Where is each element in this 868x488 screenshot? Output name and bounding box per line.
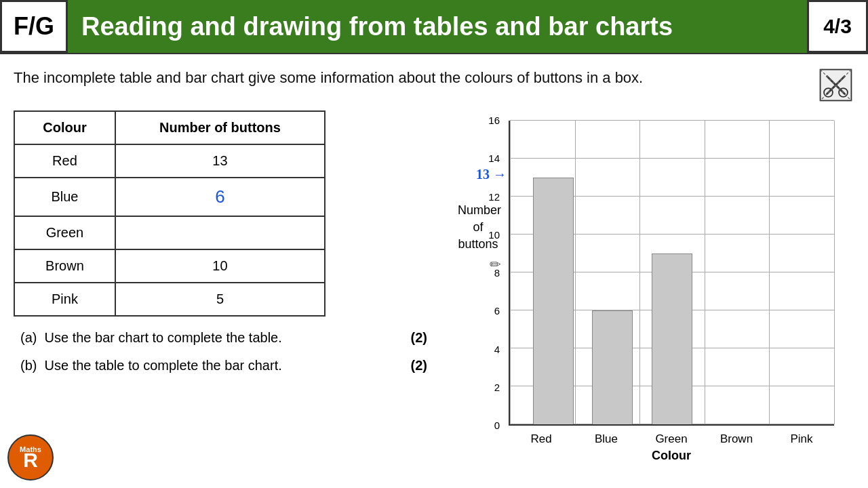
col-count-header: Number of buttons <box>115 111 325 144</box>
y-axis-label: 10 <box>461 229 504 241</box>
question-b-marks: (2) <box>411 358 427 373</box>
y-axis-label: 0 <box>461 420 504 431</box>
x-label: Blue <box>574 432 639 446</box>
fg-badge: F/G <box>0 0 68 53</box>
table-row: Red13 <box>14 144 325 178</box>
colour-cell: Red <box>14 144 115 178</box>
y-axis-label: 14 <box>461 152 504 164</box>
intro-text: The incomplete table and bar chart give … <box>14 66 810 89</box>
count-cell: 10 <box>115 249 325 283</box>
scissors-icon <box>817 66 854 104</box>
bars-container <box>510 121 834 424</box>
table-row: Pink5 <box>14 283 325 316</box>
page-number-text: 4/3 <box>823 15 852 38</box>
y-axis-label: 12 <box>461 191 504 203</box>
colour-cell: Pink <box>14 283 115 316</box>
x-axis-title: Colour <box>509 449 834 463</box>
table-row: Blue6 <box>14 178 325 216</box>
count-cell <box>115 216 325 249</box>
title-text: Reading and drawing from tables and bar … <box>81 12 673 41</box>
main-content: Colour Number of buttons Red13Blue6Green… <box>0 110 868 466</box>
handwritten-value: 6 <box>215 186 224 207</box>
data-table: Colour Number of buttons Red13Blue6Green… <box>14 110 326 317</box>
y-axis-label: 2 <box>461 382 504 393</box>
left-panel: Colour Number of buttons Red13Blue6Green… <box>14 110 448 466</box>
page-title: Reading and drawing from tables and bar … <box>68 0 807 53</box>
questions-section: (a) Use the bar chart to complete the ta… <box>14 330 448 373</box>
question-a: (a) Use the bar chart to complete the ta… <box>20 330 448 346</box>
bar <box>592 310 633 424</box>
count-cell: 13 <box>115 144 325 178</box>
y-axis-label: 4 <box>461 344 504 355</box>
col-colour-header: Colour <box>14 111 115 144</box>
v-grid-line <box>834 121 835 424</box>
pencil-icon: ✏ <box>490 256 501 272</box>
colour-cell: Blue <box>14 178 115 216</box>
table-row: Green <box>14 216 325 249</box>
x-label: Green <box>639 432 704 446</box>
count-cell: 6 <box>115 178 325 216</box>
colour-cell: Green <box>14 216 115 249</box>
table-row: Brown10 <box>14 249 325 283</box>
logo-svg: Maths R <box>7 434 54 481</box>
question-a-text: (a) Use the bar chart to complete the ta… <box>20 330 411 346</box>
bar <box>652 253 692 424</box>
svg-text:R: R <box>23 449 38 471</box>
page-number: 4/3 <box>807 0 868 53</box>
fg-label: F/G <box>14 12 54 41</box>
x-label: Pink <box>769 432 834 446</box>
question-b: (b) Use the table to complete the bar ch… <box>20 358 448 373</box>
y-axis-label: 16 <box>461 115 504 126</box>
chart-container: Number ofbuttons 0246810121416 13 → <box>461 114 841 466</box>
intro-section: The incomplete table and bar chart give … <box>0 54 868 110</box>
x-label: Red <box>509 432 574 446</box>
bar <box>533 178 574 424</box>
bar-group <box>761 121 821 424</box>
chart-area: 13 → ✏ <box>509 121 834 426</box>
chart-panel: Number ofbuttons 0246810121416 13 → <box>461 110 854 466</box>
count-cell: 5 <box>115 283 325 316</box>
bar-group <box>583 121 643 424</box>
question-b-text: (b) Use the table to complete the bar ch… <box>20 358 411 373</box>
bar-group <box>642 121 702 424</box>
logo: Maths R <box>7 434 54 481</box>
bar-group <box>524 121 583 424</box>
y-axis-label: 6 <box>461 305 504 317</box>
colour-cell: Brown <box>14 249 115 283</box>
table-body: Red13Blue6GreenBrown10Pink5 <box>14 144 325 316</box>
question-a-marks: (2) <box>411 330 427 346</box>
x-label: Brown <box>704 432 769 446</box>
x-axis-labels: RedBlueGreenBrownPink <box>509 432 834 446</box>
annotation-value: 13 → <box>476 167 507 182</box>
bar-group <box>702 121 762 424</box>
